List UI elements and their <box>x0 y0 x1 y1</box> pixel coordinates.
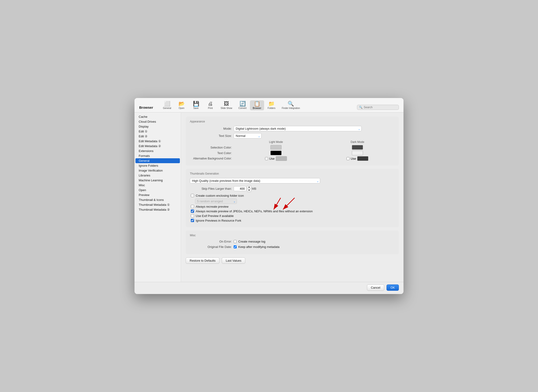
search-box[interactable]: 🔍 <box>357 105 399 110</box>
create-folder-icon-label: Create custom enclosing folder icon <box>196 194 244 197</box>
sidebar-item-machine-learning[interactable]: Machine Learning <box>135 178 180 183</box>
dark-mode-header: Dark Mode <box>320 140 395 144</box>
stepper-up-icon[interactable]: ▲ <box>247 186 251 189</box>
sidebar-item-libraries[interactable]: Libraries <box>135 173 180 178</box>
mode-select-wrapper[interactable]: Digital Lightroom (always dark mode) <box>234 126 362 131</box>
create-log-checkbox[interactable] <box>234 240 237 243</box>
sidebar-item-cloud-drives[interactable]: Cloud Drives <box>135 119 180 124</box>
dark-text-color-swatch[interactable] <box>352 151 363 155</box>
always-recreate-jpegs-label: Always recreate preview of JPEGs, HEICs,… <box>196 210 313 213</box>
use-exif-checkbox[interactable] <box>191 214 194 217</box>
text-size-select-wrapper[interactable]: Normal <box>234 133 262 139</box>
sidebar-item-ignore-folders[interactable]: Ignore Folders <box>135 163 180 168</box>
original-file-date-label: Original File Date: <box>190 245 232 249</box>
last-values-button[interactable]: Last Values <box>222 257 245 264</box>
skip-files-row: Skip Files Larger than: ▲ ▼ MB <box>190 185 395 192</box>
save-icon: 💾 <box>193 101 199 106</box>
folder-arrangement-select[interactable]: 5 random arranged <box>195 199 237 204</box>
ok-button[interactable]: OK <box>386 285 399 291</box>
sidebar-item-edit-metadata2[interactable]: Edit Metadata ② <box>135 144 180 149</box>
toolbar-item-print[interactable]: 🖨 Print <box>203 100 217 110</box>
text-color-label: Text Color: <box>190 151 232 155</box>
sidebar-item-open[interactable]: Open <box>135 188 180 192</box>
quality-select[interactable]: High Quality (create previews from the i… <box>190 178 320 183</box>
text-size-select[interactable]: Normal <box>234 133 262 139</box>
skip-files-input-wrap: ▲ ▼ MB <box>234 185 256 192</box>
sidebar-item-cache[interactable]: Cache <box>135 114 180 119</box>
always-recreate-jpegs-row: Always recreate preview of JPEGs, HEICs,… <box>190 210 395 213</box>
restore-defaults-button[interactable]: Restore to Defaults <box>186 257 219 264</box>
toolbar-item-save[interactable]: 💾 Save <box>189 100 203 110</box>
folder-arrangement-wrapper: 5 random arranged <box>195 199 395 204</box>
toolbar-convert-label: Convert <box>238 107 247 109</box>
dark-use-checkbox[interactable] <box>347 157 349 160</box>
toolbar-open-label: Open <box>179 107 184 109</box>
quality-select-wrapper[interactable]: High Quality (create previews from the i… <box>190 178 320 183</box>
toolbar-slideshow-label: Slide Show <box>221 107 232 109</box>
ignore-previews-label: Ignore Previews in Resource Fork <box>196 219 241 222</box>
light-mode-header: Light Mode <box>239 140 313 144</box>
selection-color-row: Selection Color: <box>190 145 395 150</box>
toolbar-item-browser[interactable]: 📋 Browser <box>250 100 264 110</box>
search-icon: 🔍 <box>359 106 362 109</box>
use-exif-row: Use Exif Preview if available <box>190 214 395 218</box>
ignore-previews-checkbox[interactable] <box>191 219 194 222</box>
toolbar-browser-label: Browser <box>253 107 261 109</box>
sidebar-item-general[interactable]: General <box>135 158 180 163</box>
convert-icon: 🔄 <box>239 101 246 106</box>
sidebar-item-misc[interactable]: Misc <box>135 183 180 188</box>
sidebar-item-display[interactable]: Display <box>135 124 180 129</box>
sidebar-item-edit1[interactable]: Edit ① <box>135 129 180 134</box>
create-folder-icon-row: Create custom enclosing folder icon <box>190 194 395 197</box>
dark-selection-color-swatch[interactable] <box>352 145 363 150</box>
sidebar-item-formats[interactable]: Formats <box>135 153 180 158</box>
light-selection-color-swatch[interactable] <box>270 145 282 150</box>
mode-row: Mode: Digital Lightroom (always dark mod… <box>190 126 395 131</box>
body: Cache Cloud Drives Display Edit ① Edit ②… <box>134 112 404 282</box>
create-folder-icon-checkbox[interactable] <box>191 194 194 197</box>
stepper-down-icon[interactable]: ▼ <box>247 189 251 192</box>
toolbar-finder-label: Finder Integration <box>282 107 300 109</box>
window-title: Browser <box>139 105 153 110</box>
sidebar-item-preview[interactable]: Preview <box>135 192 180 197</box>
mode-label: Mode: <box>190 127 232 130</box>
skip-files-stepper[interactable]: ▲ ▼ <box>247 185 251 192</box>
always-recreate-jpegs-checkbox[interactable] <box>191 210 194 213</box>
misc-title: Misc <box>190 234 395 237</box>
toolbar-folders-label: Folders <box>268 107 275 109</box>
light-text-color-swatch[interactable] <box>270 151 282 155</box>
always-recreate-checkbox[interactable] <box>191 205 194 208</box>
sidebar-item-extensions[interactable]: Extensions <box>135 149 180 153</box>
appearance-title: Appearance <box>190 120 395 123</box>
original-file-date-row: Original File Date: Keep after modifying… <box>190 245 395 249</box>
toolbar-item-general[interactable]: ⬜ General <box>160 100 174 110</box>
sidebar-item-thumbnail-metadata2[interactable]: Thumbnail Metadata ② <box>135 207 180 212</box>
dark-use-label: Use <box>351 157 356 160</box>
toolbar-item-folders[interactable]: 📁 Folders <box>264 100 278 110</box>
light-alt-bg-swatch[interactable] <box>276 156 287 161</box>
sidebar-item-thumbnail-metadata1[interactable]: Thumbnail Metadata ① <box>135 202 180 207</box>
sidebar-item-edit2[interactable]: Edit ② <box>135 134 180 139</box>
cancel-button[interactable]: Cancel <box>367 285 384 291</box>
light-use-checkbox[interactable] <box>265 157 268 160</box>
sidebar-item-thumbnail-icons[interactable]: Thumbnail & Icons <box>135 197 180 202</box>
quality-row: High Quality (create previews from the i… <box>190 178 395 183</box>
keep-after-label: Keep after modifying metadata <box>238 245 279 249</box>
search-input[interactable] <box>364 106 396 109</box>
toolbar-item-open[interactable]: 📂 Open <box>175 100 189 110</box>
mode-select[interactable]: Digital Lightroom (always dark mode) <box>234 126 362 131</box>
toolbar-item-finder[interactable]: 🔍 Finder Integration <box>279 100 303 110</box>
alt-bg-color-row: Alternative Background Color: Use Use <box>190 156 395 161</box>
sidebar-item-image-verification[interactable]: Image Verification <box>135 168 180 173</box>
toolbar-item-convert[interactable]: 🔄 Convert <box>236 100 250 110</box>
toolbar-item-slideshow[interactable]: 🖼 Slide Show <box>218 100 235 110</box>
bottom-left-buttons: Restore to Defaults Last Values <box>186 257 399 264</box>
keep-after-checkbox[interactable] <box>234 245 237 248</box>
dark-alt-bg-swatch[interactable] <box>357 156 368 161</box>
main-window: Browser ⬜ General 📂 Open 💾 Save 🖨 Print … <box>134 98 404 294</box>
skip-files-input[interactable] <box>234 186 246 191</box>
open-icon: 📂 <box>178 101 185 106</box>
sidebar-item-edit-metadata1[interactable]: Edit Metadata ① <box>135 139 180 144</box>
sidebar: Cache Cloud Drives Display Edit ① Edit ②… <box>134 112 181 282</box>
folder-arrangement-select-wrapper[interactable]: 5 random arranged <box>195 199 237 204</box>
